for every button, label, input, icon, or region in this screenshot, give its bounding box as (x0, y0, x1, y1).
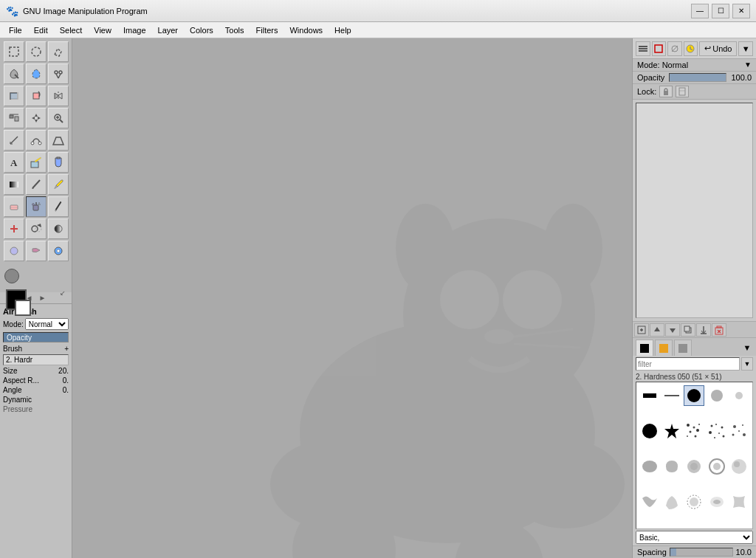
tool-zoom[interactable] (48, 108, 69, 128)
tool-blur[interactable] (4, 241, 24, 261)
brush-item-tex4[interactable] (707, 492, 727, 512)
tool-rect-select[interactable] (4, 41, 24, 62)
paths-icon[interactable] (667, 41, 682, 56)
lock-pixels-button[interactable] (659, 86, 673, 97)
history-icon[interactable] (684, 41, 698, 56)
tool-select-by-color[interactable] (26, 63, 47, 84)
tool-fuzzy-select[interactable] (4, 63, 24, 84)
brush-item-blob5[interactable] (729, 456, 749, 477)
brush-item-tex2[interactable] (662, 492, 682, 512)
canvas-area[interactable] (72, 38, 632, 558)
tool-pencil[interactable] (26, 174, 47, 195)
tool-free-select[interactable] (48, 41, 69, 62)
svg-line-60 (514, 344, 580, 348)
tool-scissors[interactable] (48, 63, 69, 84)
menu-item-file[interactable]: File (3, 24, 28, 36)
menu-item-layer[interactable]: Layer (152, 24, 185, 36)
tool-paths[interactable] (26, 130, 47, 151)
close-button[interactable]: ✕ (732, 4, 750, 18)
brush-item-blob4[interactable] (707, 456, 727, 477)
brush-item-5[interactable] (729, 385, 749, 406)
spacing-slider[interactable] (670, 548, 733, 557)
tool-crop[interactable] (4, 86, 24, 106)
lock-alpha-button[interactable] (676, 86, 689, 97)
brush-item-blob3[interactable] (684, 456, 704, 477)
tool-smudge[interactable] (26, 241, 47, 261)
menu-item-image[interactable]: Image (117, 24, 152, 36)
menu-item-windows[interactable]: Windows (284, 24, 329, 36)
menu-item-view[interactable]: View (88, 24, 117, 36)
reset-colors-icon[interactable]: ↙ (60, 289, 66, 297)
svg-point-58 (484, 329, 514, 344)
brush-preview[interactable] (4, 269, 19, 283)
tool-color-picker3[interactable] (48, 241, 69, 261)
brush-tab-orange[interactable] (655, 340, 673, 356)
brush-item-dots1[interactable] (684, 421, 704, 441)
opacity-slider[interactable] (669, 73, 726, 82)
tool-color-picker[interactable] (26, 152, 47, 173)
brush-item-selected[interactable] (684, 385, 704, 406)
brush-filter-dropdown[interactable]: ▼ (741, 357, 753, 371)
tool-align[interactable] (4, 108, 24, 128)
tool-flip[interactable] (48, 86, 69, 106)
tool-measure[interactable] (4, 130, 24, 151)
tool-clone[interactable] (26, 218, 47, 239)
brush-item-dots2[interactable] (707, 421, 727, 441)
menu-item-edit[interactable]: Edit (28, 24, 54, 36)
brush-preset-select[interactable]: Basic, (636, 531, 753, 544)
panel-options-icon[interactable]: ▼ (738, 41, 753, 56)
tool-text[interactable]: A (4, 152, 24, 173)
tool-heal[interactable] (4, 218, 24, 239)
tool-eraser[interactable] (4, 196, 24, 217)
mode-expand-icon[interactable]: ▼ (744, 61, 752, 69)
undo-button[interactable]: ↩ Undo (699, 41, 737, 56)
tool-ink[interactable] (48, 196, 69, 217)
tool-dodge[interactable] (48, 218, 69, 239)
layers-icon[interactable] (636, 41, 650, 56)
brush-item-blob2[interactable] (662, 456, 682, 477)
brush-icon[interactable]: + (64, 345, 69, 353)
brush-item-blob1[interactable] (639, 456, 660, 477)
tool-airbrush[interactable] (26, 196, 47, 217)
brush-item-4[interactable] (707, 385, 727, 406)
tool-paintbrush[interactable] (48, 174, 69, 195)
brush-item-2[interactable] (662, 385, 682, 406)
menu-item-colors[interactable]: Colors (184, 24, 219, 36)
tool-blend[interactable] (4, 174, 24, 195)
svg-point-110 (709, 431, 712, 434)
raise-layer-button[interactable] (650, 323, 664, 337)
channels-icon[interactable] (652, 41, 667, 56)
tool-perspective[interactable] (48, 130, 69, 151)
brush-item-tex1[interactable] (639, 492, 660, 512)
duplicate-layer-button[interactable] (681, 323, 695, 337)
brush-filter-input[interactable] (636, 357, 740, 371)
delete-layer-button[interactable] (712, 323, 726, 337)
brush-item-dots3[interactable] (729, 421, 749, 441)
brush-item-star[interactable] (662, 421, 682, 441)
tool-bucket[interactable] (48, 152, 69, 173)
menu-item-tools[interactable]: Tools (219, 24, 250, 36)
lower-layer-button[interactable] (665, 323, 680, 337)
brush-item-tex5[interactable] (729, 492, 749, 512)
menu-item-filters[interactable]: Filters (250, 24, 284, 36)
brush-tab-black[interactable] (636, 340, 653, 356)
tool-move[interactable] (26, 108, 47, 128)
brush-tab-gray[interactable] (674, 340, 692, 356)
scroll-right-icon[interactable]: ► (39, 294, 47, 302)
menu-item-help[interactable]: Help (329, 24, 357, 36)
opacity-bar[interactable]: Opacity (3, 332, 69, 342)
background-color[interactable] (15, 300, 31, 316)
mode-select[interactable]: Normal (25, 318, 69, 330)
tool-ellipse-select[interactable] (26, 41, 47, 62)
new-layer-button[interactable] (634, 323, 649, 337)
maximize-button[interactable]: ☐ (712, 4, 729, 18)
brush-value[interactable]: 2. Hardr (3, 354, 69, 365)
anchor-layer-button[interactable] (696, 323, 711, 337)
menu-item-select[interactable]: Select (54, 24, 89, 36)
brush-panel-expand-icon[interactable]: ▼ (741, 340, 753, 356)
brush-item-1[interactable] (639, 385, 660, 406)
brush-item-tex3[interactable] (684, 492, 704, 512)
brush-item-6[interactable] (639, 421, 660, 441)
tool-rotate[interactable] (26, 86, 47, 106)
minimize-button[interactable]: — (691, 4, 709, 18)
